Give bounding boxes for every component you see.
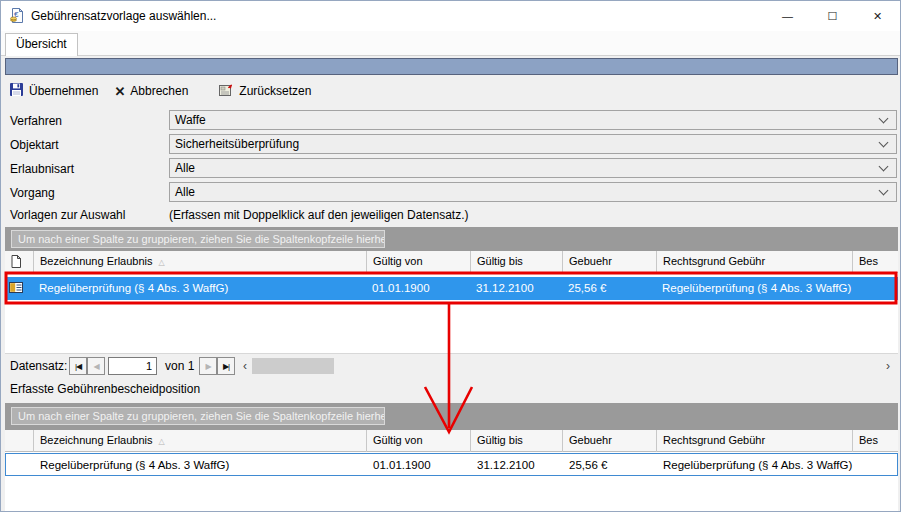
sort-asc-icon: △ [159,437,165,446]
cancel-icon: ✕ [114,84,125,99]
cell-gebuehr: 25,56 € [562,277,656,300]
record-icon [5,277,33,300]
group-by-panel[interactable]: Um nach einer Spalte zu gruppieren, zieh… [5,403,898,430]
vorlagen-label: Vorlagen zur Auswahl [10,208,125,222]
objektart-value: Sicherheitsüberprüfung [175,137,299,151]
erfasste-position-label: Erfasste Gebührenbescheidposition [10,382,200,396]
position-grid: Um nach einer Spalte zu gruppieren, zieh… [5,403,898,512]
nav-last-icon: ▶| [223,362,229,371]
record-navigator-label: Datensatz: [10,359,67,373]
panel-header-bar [5,58,898,75]
reset-button[interactable]: Zurücksetzen [218,82,311,100]
column-header-rechtsgrund[interactable]: Rechtsgrund Gebühr [656,430,852,452]
column-header-bezeichnung[interactable]: Bezeichnung Erlaubnis△ [33,251,366,273]
tab-strip-divider [1,55,900,56]
verfahren-value: Waffe [175,113,206,127]
cell-gueltig-bis: 31.12.2100 [470,277,562,300]
maximize-button[interactable]: ☐ [810,1,855,31]
cell-gueltig-von: 01.01.1900 [366,277,470,300]
templates-grid: Um nach einer Spalte zu gruppieren, zieh… [5,227,898,353]
nav-next-button[interactable]: ▶ [199,357,217,375]
reset-button-label: Zurücksetzen [239,84,311,98]
vorgang-select[interactable]: Alle [169,182,897,202]
column-header-bes[interactable]: Bes [852,251,898,273]
vorgang-label: Vorgang [10,186,55,200]
save-icon [9,82,24,100]
group-by-hint: Um nach einer Spalte zu gruppieren, zieh… [11,230,385,248]
scrollbar-thumb[interactable] [252,358,334,374]
objektart-select[interactable]: Sicherheitsüberprüfung [169,134,897,154]
scroll-right-icon: › [886,359,890,373]
position-row[interactable]: Regelüberprüfung (§ 4 Abs. 3 WaffG) 01.0… [5,453,898,476]
verfahren-select[interactable]: Waffe [169,110,897,130]
record-navigator: Datensatz: |◀ ◀ von 1 ▶ ▶| ‹ › [5,353,898,377]
erlaubnisart-select[interactable]: Alle [169,158,897,178]
column-header-gueltig-bis[interactable]: Gültig bis [470,430,562,452]
row-indicator-column-header[interactable] [5,251,33,273]
nav-prev-icon: ◀ [93,362,98,371]
column-header-gueltig-von[interactable]: Gültig von [366,430,470,452]
column-header-gebuehr[interactable]: Gebuehr [562,430,656,452]
toolbar: Übernehmen ✕ Abbrechen Zurücksetzen [1,77,900,105]
cell-bezeichnung: Regelüberprüfung (§ 4 Abs. 3 WaffG) [33,277,366,300]
chevron-down-icon [879,162,889,172]
group-by-hint: Um nach einer Spalte zu gruppieren, zieh… [11,407,385,425]
window-titlebar: € Gebührensatzvorlage auswählen... — ☐ ✕ [1,1,900,31]
verfahren-label: Verfahren [10,114,62,128]
cell-rechtsgrund: Regelüberprüfung (§ 4 Abs. 3 WaffG) [656,277,852,300]
tab-strip [1,31,900,56]
nav-next-icon: ▶ [205,362,210,371]
apply-button-label: Übernehmen [29,84,98,98]
window-title: Gebührensatzvorlage auswählen... [31,1,216,31]
column-header-bezeichnung[interactable]: Bezeichnung Erlaubnis△ [33,430,366,452]
row-indicator-column-header[interactable] [5,430,33,452]
scroll-right-button[interactable]: › [881,357,895,375]
minimize-button[interactable]: — [765,1,810,31]
scroll-left-icon: ‹ [243,359,247,373]
reset-icon [218,82,234,100]
page-icon [11,255,21,268]
nav-first-icon: |◀ [75,362,81,371]
record-count-label: von 1 [165,359,194,373]
vorgang-value: Alle [175,185,195,199]
column-header-gueltig-bis[interactable]: Gültig bis [470,251,562,273]
close-button[interactable]: ✕ [855,1,900,31]
position-grid-header: Bezeichnung Erlaubnis△ Gültig von Gültig… [5,430,898,452]
cell-bezeichnung: Regelüberprüfung (§ 4 Abs. 3 WaffG) [34,454,367,475]
euro-document-icon: € [9,7,26,28]
template-row-selected[interactable]: Regelüberprüfung (§ 4 Abs. 3 WaffG) 01.0… [5,277,898,300]
cell-rechtsgrund: Regelüberprüfung (§ 4 Abs. 3 WaffG) [657,454,853,475]
cancel-button[interactable]: ✕ Abbrechen [114,84,188,99]
chevron-down-icon [879,114,889,124]
group-by-panel[interactable]: Um nach einer Spalte zu gruppieren, zieh… [5,227,898,251]
chevron-down-icon [879,138,889,148]
sort-asc-icon: △ [159,258,165,267]
chevron-down-icon [879,186,889,196]
tab-uebersicht[interactable]: Übersicht [5,33,78,56]
cancel-button-label: Abbrechen [130,84,188,98]
templates-grid-header: Bezeichnung Erlaubnis△ Gültig von Gültig… [5,251,898,273]
scroll-left-button[interactable]: ‹ [238,357,252,375]
column-header-bes[interactable]: Bes [852,430,898,452]
nav-prev-button[interactable]: ◀ [87,357,105,375]
objektart-label: Objektart [10,138,59,152]
column-header-gueltig-von[interactable]: Gültig von [366,251,470,273]
dialog-window: € Gebührensatzvorlage auswählen... — ☐ ✕… [0,0,901,512]
column-header-gebuehr[interactable]: Gebuehr [562,251,656,273]
record-number-input[interactable] [108,357,157,375]
nav-first-button[interactable]: |◀ [69,357,87,375]
erlaubnisart-value: Alle [175,161,195,175]
row-indicator-cell [6,454,34,475]
cell-gueltig-von: 01.01.1900 [367,454,471,475]
apply-button[interactable]: Übernehmen [9,82,98,100]
erlaubnisart-label: Erlaubnisart [10,162,74,176]
cell-gebuehr: 25,56 € [563,454,657,475]
vorlagen-hint: (Erfassen mit Doppelklick auf den jeweil… [169,208,468,222]
nav-last-button[interactable]: ▶| [217,357,235,375]
cell-gueltig-bis: 31.12.2100 [471,454,563,475]
column-header-rechtsgrund[interactable]: Rechtsgrund Gebühr [656,251,852,273]
